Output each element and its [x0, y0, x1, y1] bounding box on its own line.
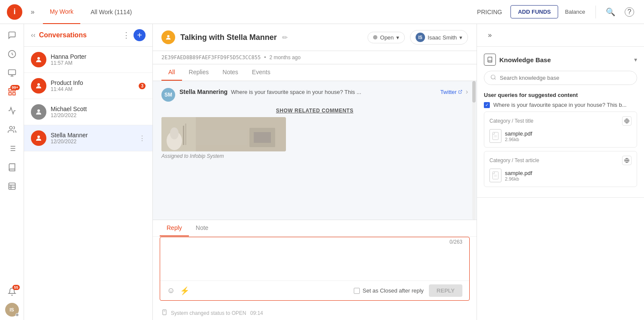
- svg-rect-1: [8, 69, 15, 75]
- message-header: Stella Mannering Where is your favourite…: [179, 88, 468, 96]
- nav-expand-button[interactable]: »: [26, 5, 39, 19]
- logo-text: i: [13, 7, 15, 16]
- status-chevron-icon: ▾: [396, 34, 399, 41]
- reply-send-button[interactable]: REPLY: [429, 284, 462, 297]
- kb-query-checkbox[interactable]: ✓: [484, 102, 490, 108]
- agent-avatar: IS: [416, 33, 425, 42]
- logo: i: [7, 4, 22, 20]
- user-avatar-button[interactable]: IS: [5, 303, 19, 317]
- pricing-button[interactable]: PRICING: [472, 6, 507, 18]
- kb-search-icon: [490, 74, 496, 82]
- conversations-add-button[interactable]: +: [134, 29, 146, 41]
- agent-name: Isaac Smith: [428, 34, 457, 41]
- status-dot: [373, 35, 377, 39]
- sidebar-table-button[interactable]: [3, 178, 21, 196]
- svg-point-19: [37, 57, 40, 60]
- conv-avatar: [31, 130, 46, 146]
- user-queries-label: User queries for suggested content: [484, 92, 637, 98]
- message-avatar: SM: [161, 88, 175, 102]
- sidebar-list-button[interactable]: [3, 141, 21, 158]
- main-layout: 99+: [0, 24, 644, 320]
- conversation-title-bar: Talking with Stella Manner ✏ Open ▾ IS I…: [153, 24, 477, 51]
- tab-events[interactable]: Events: [245, 64, 277, 81]
- tab-replies[interactable]: Replies: [182, 64, 216, 81]
- conv-more-button[interactable]: ⋮: [139, 134, 146, 142]
- conversation-icon: [161, 30, 175, 44]
- reply-tab-reply[interactable]: Reply: [160, 220, 189, 236]
- search-button[interactable]: 🔍: [603, 4, 618, 20]
- svg-point-23: [167, 35, 169, 37]
- scrollbar-track[interactable]: [472, 81, 476, 220]
- people-icon: [8, 125, 16, 136]
- conversation-item[interactable]: Michael Scott 12/20/2022: [24, 99, 152, 125]
- svg-rect-6: [9, 92, 11, 95]
- conversation-id: 2E39FAED8B89FAEF3FFD9F5D5C3CC855: [161, 54, 261, 60]
- message-source[interactable]: Twitter: [440, 89, 462, 95]
- kb-card-2[interactable]: Category / Test article sample.pdf 2.96k…: [484, 151, 637, 187]
- svg-point-28: [170, 127, 179, 139]
- conversation-item[interactable]: Hanna Porter 11:57 AM: [24, 47, 152, 73]
- tab-notes[interactable]: Notes: [216, 64, 245, 81]
- tab-all[interactable]: All: [161, 64, 182, 81]
- conversation-item[interactable]: Product Info 11:44 AM 3: [24, 73, 152, 99]
- sidebar-grid-button[interactable]: 99+: [3, 84, 21, 101]
- checkbox-visual: [354, 288, 360, 294]
- reply-input[interactable]: [160, 245, 469, 279]
- system-message-text: System changed status to OPEN 09:14: [171, 310, 263, 316]
- sidebar-monitor-button[interactable]: [3, 65, 21, 82]
- message-content: Stella Mannering Where is your favourite…: [179, 88, 468, 97]
- conversations-back-button[interactable]: ‹‹: [31, 31, 36, 39]
- agent-button[interactable]: IS Isaac Smith ▾: [410, 30, 468, 45]
- conversation-item-active[interactable]: Stella Manner 12/20/2022 ⋮: [24, 125, 152, 151]
- conv-badge: 3: [139, 83, 146, 89]
- message-image-container: Assigned to Infobip System: [161, 117, 468, 159]
- svg-point-8: [9, 126, 12, 129]
- kb-card-globe-button[interactable]: [622, 156, 632, 165]
- reply-area: Reply Note 0/263 ☺ ⚡ Set as Closed after…: [153, 220, 477, 320]
- knowledge-base-search: [484, 71, 637, 85]
- sidebar-bell-button[interactable]: 55: [3, 284, 21, 301]
- status-button[interactable]: Open ▾: [368, 32, 405, 43]
- scrollbar-thumb[interactable]: [472, 81, 476, 103]
- kb-file-size: 2.96kb: [505, 176, 532, 181]
- reply-tab-note[interactable]: Note: [189, 220, 216, 236]
- nav-tab-all-work[interactable]: All Work (1114): [84, 0, 139, 24]
- message-expand-icon[interactable]: ›: [466, 88, 468, 96]
- help-icon: ?: [625, 7, 634, 17]
- show-related-section: SHOW RELATED COMMENTS: [161, 107, 468, 114]
- kb-card-1[interactable]: Category / Test title sample.pdf 2.96kb: [484, 112, 637, 148]
- sidebar-analytics-button[interactable]: [3, 103, 21, 120]
- conversation-time-ago: 2 months ago: [269, 54, 301, 60]
- quick-reply-button[interactable]: ⚡: [180, 286, 189, 296]
- balance-label: Balance: [562, 9, 589, 15]
- knowledge-base-header[interactable]: Knowledge Base ▾: [484, 54, 637, 66]
- help-button[interactable]: ?: [622, 4, 637, 20]
- close-after-reply-label[interactable]: Set as Closed after reply: [354, 287, 423, 294]
- emoji-button[interactable]: ☺: [167, 286, 175, 295]
- reply-box: 0/263 ☺ ⚡ Set as Closed after reply REPL…: [160, 237, 470, 301]
- right-expand-button[interactable]: »: [484, 29, 496, 41]
- sidebar-chat-button[interactable]: [3, 27, 21, 45]
- show-related-button[interactable]: SHOW RELATED COMMENTS: [276, 108, 353, 114]
- sidebar-book-button[interactable]: [3, 160, 21, 177]
- conv-time: 12/20/2022: [51, 139, 134, 145]
- conversations-more-button[interactable]: ⋮: [122, 30, 130, 40]
- edit-icon[interactable]: ✏: [282, 33, 288, 42]
- conv-info: Stella Manner 12/20/2022: [51, 132, 134, 145]
- kb-card-globe-button[interactable]: [622, 116, 632, 126]
- status-label: Open: [380, 34, 394, 41]
- kb-search-input[interactable]: [500, 75, 631, 81]
- kb-card-category: Category / Test article: [489, 157, 539, 163]
- svg-rect-29: [183, 126, 184, 145]
- knowledge-base-title: Knowledge Base: [499, 56, 631, 63]
- nav-divider: [595, 6, 596, 18]
- sidebar-people-button[interactable]: [3, 122, 21, 139]
- kb-file-icon: [489, 169, 501, 182]
- nav-tab-my-work[interactable]: My Work: [43, 0, 80, 24]
- system-icon: [161, 309, 167, 317]
- knowledge-base-section: Knowledge Base ▾ User queries for sugges…: [477, 47, 644, 198]
- sidebar-conversations-button[interactable]: [3, 46, 21, 63]
- add-funds-button[interactable]: ADD FUNDS: [510, 5, 558, 18]
- svg-point-20: [37, 83, 40, 86]
- messages-area[interactable]: SM Stella Mannering Where is your favour…: [153, 81, 477, 220]
